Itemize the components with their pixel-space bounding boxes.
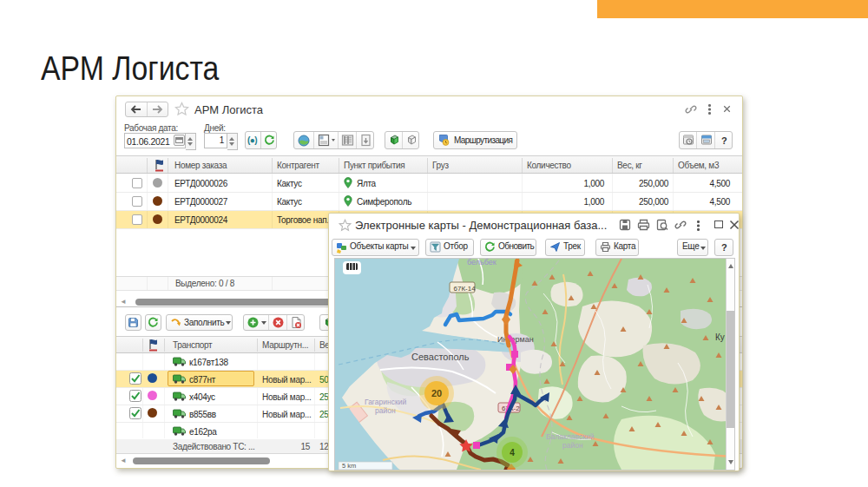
svg-text:20: 20 <box>431 388 442 398</box>
svg-text:67К-14: 67К-14 <box>454 285 477 293</box>
svg-text:Балаклавский: Балаклавский <box>546 432 595 441</box>
svg-text:Ку: Ку <box>715 332 725 342</box>
svg-text:район: район <box>375 406 396 415</box>
svg-text:бельбек: бельбек <box>467 259 496 267</box>
svg-text:4: 4 <box>510 448 515 457</box>
svg-text:5 km: 5 km <box>342 462 356 470</box>
svg-text:Севастополь: Севастополь <box>411 352 470 362</box>
svg-text:район: район <box>562 441 583 450</box>
svg-text:Гагаринский: Гагаринский <box>365 398 406 406</box>
